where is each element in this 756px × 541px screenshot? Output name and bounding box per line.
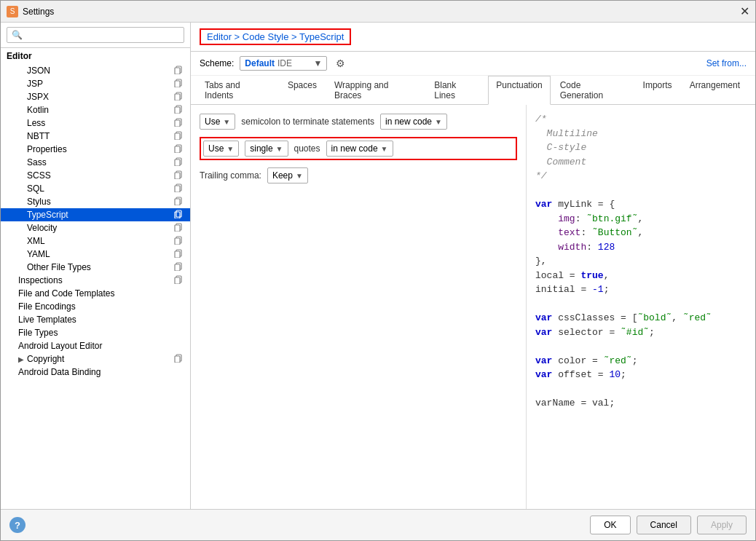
tab-imports[interactable]: Imports — [635, 76, 680, 104]
code-line-blank1 — [535, 183, 747, 198]
sidebar-item-stylus[interactable]: Stylus — [1, 195, 190, 208]
copy-icon — [174, 197, 184, 207]
code-line-width: width: 128 — [535, 240, 747, 255]
gear-icon[interactable]: ⚙ — [336, 58, 345, 69]
code-line-local: local = true, — [535, 269, 747, 283]
in-new-code-select-2[interactable]: in new code ▼ — [326, 141, 393, 157]
code-line-initial: initial = -1; — [535, 283, 747, 297]
copy-icon — [174, 249, 184, 259]
sidebar-item-json[interactable]: JSON — [1, 64, 190, 77]
sidebar-item-xml[interactable]: XML — [1, 234, 190, 248]
svg-rect-9 — [175, 120, 180, 127]
sidebar-item-inspections[interactable]: Inspections — [1, 274, 190, 287]
sidebar-item-copyright[interactable]: ▶ Copyright — [1, 352, 190, 366]
code-line-blank2 — [535, 297, 747, 312]
title-bar: S Settings ✕ — [1, 1, 755, 23]
code-line-comment3: C-style — [535, 141, 747, 155]
code-line-varname: varName = val; — [535, 396, 747, 411]
svg-rect-21 — [175, 199, 180, 205]
in-new-code-select-1[interactable]: in new code ▼ — [380, 114, 447, 130]
svg-rect-27 — [175, 238, 180, 245]
tab-arrangement[interactable]: Arrangement — [682, 76, 748, 104]
svg-rect-15 — [175, 159, 180, 166]
sidebar-tree: Editor JSON JSP JSPX — [1, 48, 190, 509]
tabs-bar: Tabs and Indents Spaces Wrapping and Bra… — [191, 76, 755, 105]
code-line-color: var color = ˜red˜; — [535, 354, 747, 368]
sidebar-item-file-code-templates[interactable]: File and Code Templates — [1, 287, 190, 300]
copy-icon — [174, 144, 184, 154]
sidebar-item-android-data-binding[interactable]: Android Data Binding — [1, 366, 190, 379]
sidebar-item-kotlin[interactable]: Kotlin — [1, 103, 190, 117]
sidebar-item-sql[interactable]: SQL — [1, 182, 190, 195]
sidebar-item-file-encodings[interactable]: File Encodings — [1, 300, 190, 313]
tab-wrapping-and-braces[interactable]: Wrapping and Braces — [326, 76, 425, 104]
sidebar-item-jspx[interactable]: JSPX — [1, 90, 190, 103]
copy-icon — [174, 131, 184, 141]
app-icon: S — [7, 6, 18, 17]
window-title: Settings — [23, 7, 54, 17]
sidebar-item-less[interactable]: Less — [1, 117, 190, 130]
sidebar-item-android-layout-editor[interactable]: Android Layout Editor — [1, 339, 190, 352]
copy-icon — [174, 79, 184, 89]
sidebar-item-jsp[interactable]: JSP — [1, 77, 190, 90]
code-line-text: text: ˜Button˜, — [535, 226, 747, 240]
dropdown-arrow-icon: ▼ — [313, 58, 322, 68]
svg-rect-17 — [175, 173, 180, 179]
close-button[interactable]: ✕ — [740, 6, 749, 17]
tab-blank-lines[interactable]: Blank Lines — [426, 76, 487, 104]
svg-rect-7 — [175, 107, 180, 114]
use-select-2[interactable]: Use ▼ — [203, 141, 239, 157]
sidebar-item-velocity[interactable]: Velocity — [1, 221, 190, 234]
copy-icon — [174, 66, 184, 76]
tab-code-generation[interactable]: Code Generation — [552, 76, 634, 104]
bottom-bar: ? OK Cancel Apply — [1, 509, 755, 540]
code-line-comment2: Multiline — [535, 127, 747, 141]
code-line-comment1: /* — [535, 112, 747, 127]
search-input[interactable] — [7, 27, 184, 43]
copy-icon — [174, 354, 184, 364]
scheme-bar: Scheme: Default IDE ▼ ⚙ Set from... — [191, 52, 755, 76]
tree-section-editor: Editor — [1, 48, 190, 64]
copy-icon — [174, 157, 184, 167]
svg-rect-3 — [175, 81, 180, 87]
code-line-var1: var myLink = { — [535, 197, 747, 212]
ok-button[interactable]: OK — [590, 516, 630, 534]
tab-punctuation[interactable]: Punctuation — [488, 76, 550, 105]
scheme-select[interactable]: Default IDE ▼ — [240, 56, 327, 71]
sidebar-item-nbtt[interactable]: NBTT — [1, 130, 190, 143]
main-panel: Editor > Code Style > TypeScript Scheme:… — [191, 23, 755, 509]
tab-tabs-and-indents[interactable]: Tabs and Indents — [197, 76, 278, 104]
code-line-selector: var selector = ˜#id˜; — [535, 325, 747, 340]
setting-row-trailing-comma: Trailing comma: Keep ▼ — [200, 167, 517, 183]
sidebar-item-properties[interactable]: Properties — [1, 143, 190, 156]
sidebar-item-sass[interactable]: Sass — [1, 156, 190, 169]
svg-rect-25 — [175, 225, 180, 232]
settings-left-panel: Use ▼ semicolon to terminate statements … — [191, 105, 526, 509]
use-select-1[interactable]: Use ▼ — [200, 114, 235, 130]
copy-icon — [174, 105, 184, 115]
svg-rect-33 — [175, 277, 180, 284]
code-line-img: img: ˜btn.gif˜, — [535, 212, 747, 226]
sidebar-item-live-templates[interactable]: Live Templates — [1, 313, 190, 326]
sidebar-item-file-types[interactable]: File Types — [1, 326, 190, 339]
set-from-link[interactable]: Set from... — [706, 58, 747, 68]
dropdown-arrow-icon: ▼ — [223, 118, 230, 126]
cancel-button[interactable]: Cancel — [637, 516, 691, 534]
code-line-blank3 — [535, 339, 747, 354]
sidebar-item-typescript[interactable]: TypeScript — [1, 208, 190, 221]
apply-button[interactable]: Apply — [697, 516, 747, 534]
keep-select[interactable]: Keep ▼ — [267, 167, 308, 183]
sidebar-item-scss[interactable]: SCSS — [1, 169, 190, 182]
copy-icon — [174, 92, 184, 102]
svg-rect-35 — [175, 356, 180, 363]
sidebar-item-other-file-types[interactable]: Other File Types — [1, 261, 190, 274]
copy-icon — [174, 170, 184, 181]
settings-window: S Settings ✕ Editor JSON JSP — [0, 0, 756, 541]
single-select[interactable]: single ▼ — [245, 141, 288, 157]
copy-icon-active — [174, 210, 184, 220]
help-button[interactable]: ? — [9, 517, 25, 533]
dropdown-arrow-icon: ▼ — [296, 172, 303, 180]
tab-spaces[interactable]: Spaces — [280, 76, 325, 104]
sidebar-item-yaml[interactable]: YAML — [1, 248, 190, 261]
code-line-css-classes: var cssClasses = [˜bold˜, ˜red˜ — [535, 311, 747, 325]
